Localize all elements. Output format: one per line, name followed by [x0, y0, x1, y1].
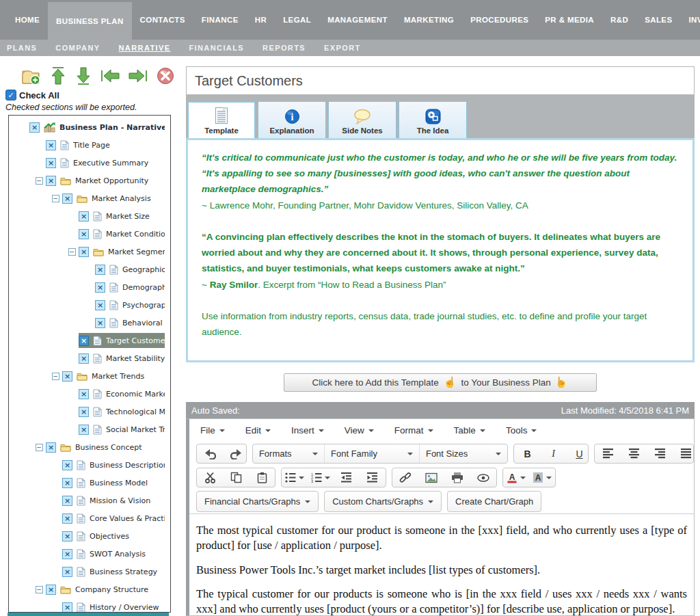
font-sizes-dropdown[interactable]: Font Sizes — [419, 444, 508, 463]
align-left-icon[interactable] — [595, 444, 621, 463]
tree-item-title-page[interactable]: × Title Page — [9, 136, 170, 154]
link-icon[interactable] — [392, 468, 418, 487]
tree-item-business-model[interactable]: × Business Model — [9, 474, 170, 492]
section-checkbox[interactable]: × — [79, 389, 89, 399]
sub-nav-item-company[interactable]: COMPANY — [55, 44, 100, 52]
top-nav-item-contacts[interactable]: CONTACTS — [132, 0, 193, 40]
tools-menu[interactable]: Tools — [506, 425, 537, 436]
tree-item-history-overview[interactable]: × History / Overview — [9, 598, 170, 613]
section-checkbox[interactable]: × — [95, 300, 105, 310]
file-menu[interactable]: File — [200, 425, 225, 436]
tree-item-market-analysis[interactable]: −× Market Analysis — [9, 189, 170, 207]
section-checkbox[interactable]: × — [79, 211, 89, 222]
align-justify-icon[interactable] — [673, 444, 694, 463]
move-last-icon[interactable] — [129, 68, 148, 84]
tree-item-technological-market-trends[interactable]: × Technological Market Trends — [9, 403, 170, 420]
tab-side-notes[interactable]: Side Notes — [328, 101, 396, 138]
section-checkbox[interactable]: × — [62, 371, 72, 381]
section-checkbox[interactable]: × — [79, 407, 89, 417]
section-checkbox[interactable]: × — [62, 602, 72, 613]
tree-item-market-size[interactable]: × Market Size — [9, 207, 170, 225]
table-menu[interactable]: Table — [454, 425, 485, 436]
tree-item-core-values-practices[interactable]: × Core Values & Practices — [9, 509, 170, 527]
collapse-icon[interactable]: − — [36, 177, 43, 185]
add-template-button[interactable]: Click here to Add this Template☝to Your … — [284, 373, 597, 392]
tree-item-psychographic-segmentation[interactable]: × Psychographic Segmentation — [9, 296, 170, 314]
editor-body[interactable]: The most typical customer for our produc… — [189, 513, 694, 616]
top-nav-item-business-plan[interactable]: BUSINESS PLAN — [48, 2, 132, 40]
move-down-icon[interactable] — [75, 66, 92, 85]
top-nav-item-procedures[interactable]: PROCEDURES — [462, 0, 537, 40]
financial-charts-dropdown[interactable]: Financial Charts/Graphs — [196, 491, 319, 512]
align-center-icon[interactable] — [621, 444, 647, 463]
top-nav-item-investor[interactable]: INVESTOR — [680, 0, 700, 40]
italic-button[interactable]: I — [540, 444, 566, 463]
section-checkbox[interactable]: × — [79, 353, 89, 364]
tree-item-business-concept[interactable]: −× Business Concept — [9, 438, 170, 456]
top-nav-item-home[interactable]: HOME — [7, 0, 48, 40]
underline-button[interactable]: U — [566, 444, 589, 463]
section-checkbox[interactable]: × — [95, 318, 105, 328]
add-section-icon[interactable] — [21, 66, 41, 85]
section-checkbox[interactable]: × — [46, 158, 56, 168]
tree-item-market-opportunity[interactable]: −× Market Opportunity — [9, 172, 170, 189]
tree-item-market-stability[interactable]: × Market Stability — [9, 349, 170, 367]
section-checkbox[interactable]: × — [46, 176, 56, 186]
section-checkbox[interactable]: × — [95, 282, 105, 293]
align-right-icon[interactable] — [647, 444, 673, 463]
collapse-icon[interactable]: − — [36, 586, 43, 593]
top-nav-item-sales[interactable]: SALES — [636, 0, 680, 40]
create-chart-button[interactable]: Create Chart/Graph — [447, 491, 541, 512]
section-checkbox[interactable]: × — [62, 478, 72, 488]
format-menu[interactable]: Format — [394, 425, 433, 436]
tree-item-social-market-trends[interactable]: × Social Market Trends — [9, 420, 170, 438]
sub-nav-item-financials[interactable]: FINANCIALS — [189, 44, 244, 52]
collapse-icon[interactable]: − — [68, 248, 76, 256]
section-checkbox[interactable]: × — [79, 425, 89, 435]
section-checkbox[interactable]: × — [62, 567, 72, 577]
bullet-list-icon[interactable] — [282, 468, 308, 487]
section-checkbox[interactable]: × — [79, 229, 89, 239]
section-checkbox[interactable]: × — [62, 513, 72, 524]
text-color-icon[interactable]: A — [503, 468, 529, 487]
collapse-icon[interactable]: − — [36, 444, 43, 451]
section-checkbox[interactable]: × — [95, 265, 105, 275]
top-nav-item-management[interactable]: MANAGEMENT — [319, 0, 396, 40]
collapse-icon[interactable]: − — [52, 373, 59, 380]
formats-dropdown[interactable]: Formats — [253, 444, 324, 463]
top-nav-item-hr[interactable]: HR — [247, 0, 275, 40]
redo-icon[interactable] — [223, 444, 247, 463]
tree-item-objectives[interactable]: × Objectives — [9, 527, 170, 545]
tree-item-executive-summary[interactable]: × Executive Summary — [9, 154, 170, 172]
section-checkbox[interactable]: × — [79, 336, 89, 346]
top-nav-item-pr-media[interactable]: PR & MEDIA — [537, 0, 602, 40]
copy-icon[interactable] — [223, 468, 249, 487]
indent-icon[interactable] — [360, 468, 386, 487]
sub-nav-item-reports[interactable]: REPORTS — [262, 44, 306, 52]
sub-nav-item-narrative[interactable]: NARRATIVE — [119, 44, 171, 52]
tree-item-market-segments[interactable]: −× Market Segments — [9, 243, 170, 260]
top-nav-item-marketing[interactable]: MARKETING — [396, 0, 462, 40]
section-checkbox[interactable]: × — [79, 247, 89, 257]
section-checkbox[interactable]: × — [46, 585, 56, 595]
bold-button[interactable]: B — [514, 444, 540, 463]
paste-icon[interactable] — [249, 468, 275, 487]
tab-explanation[interactable]: iExplanation — [258, 101, 326, 138]
tab-the-idea[interactable]: The Idea — [399, 101, 467, 138]
tree-item-mission-vision[interactable]: × Mission & Vision — [9, 492, 170, 509]
section-checkbox[interactable]: × — [29, 122, 40, 133]
image-icon[interactable] — [418, 468, 444, 487]
tree-item-swot-analysis[interactable]: × SWOT Analysis — [9, 545, 170, 563]
move-first-icon[interactable] — [100, 68, 120, 84]
delete-section-icon[interactable] — [157, 67, 174, 85]
sub-nav-item-export[interactable]: EXPORT — [324, 44, 361, 52]
edit-menu[interactable]: Edit — [245, 425, 271, 436]
section-checkbox[interactable]: × — [46, 140, 56, 150]
section-checkbox[interactable]: × — [46, 442, 56, 453]
collapse-icon[interactable]: − — [52, 195, 59, 202]
check-all-checkbox[interactable]: ✓ — [5, 90, 16, 101]
custom-charts-dropdown[interactable]: Custom Charts/Graphs — [324, 491, 442, 512]
print-icon[interactable] — [444, 468, 470, 487]
tree-item-business-plan-narrative[interactable]: × Business Plan - Narrative — [9, 118, 170, 136]
view-menu[interactable]: View — [345, 425, 374, 436]
